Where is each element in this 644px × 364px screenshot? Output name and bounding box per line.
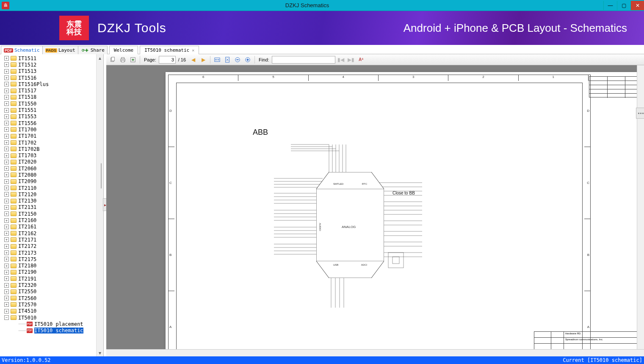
expand-icon[interactable] xyxy=(4,296,9,300)
tree-item[interactable]: IT1700 xyxy=(4,126,96,133)
expand-icon[interactable] xyxy=(4,179,9,184)
expand-icon[interactable] xyxy=(4,108,9,113)
collapse-icon[interactable] xyxy=(4,315,9,320)
tree-item[interactable]: IT2080 xyxy=(4,172,96,178)
tree-item[interactable]: IT2570 xyxy=(4,301,96,308)
expand-icon[interactable] xyxy=(4,160,9,164)
expand-icon[interactable] xyxy=(4,75,9,80)
fit-page-button[interactable] xyxy=(223,56,232,64)
tree-item[interactable]: IT2110 xyxy=(4,185,96,191)
tree-item[interactable]: IT2550 xyxy=(4,289,96,295)
expand-icon[interactable] xyxy=(4,153,9,158)
expand-icon[interactable] xyxy=(4,147,9,151)
expand-icon[interactable] xyxy=(4,62,9,67)
prev-page-button[interactable]: ◀ xyxy=(188,56,198,64)
tree-item[interactable]: IT2130 xyxy=(4,198,96,204)
tree-scrollbar[interactable]: ▴ ▾ xyxy=(96,54,103,356)
tree-view[interactable]: IT1511IT1512IT1513IT1516IT1516PlusIT1517… xyxy=(0,54,96,356)
close-tab-icon[interactable]: ✕ xyxy=(192,48,194,53)
doc-tab-current[interactable]: IT5010 schematic ✕ xyxy=(140,46,199,54)
case-button[interactable]: Aª xyxy=(357,56,366,64)
pdf-canvas[interactable]: ABB xyxy=(106,65,644,349)
print-button[interactable] xyxy=(118,56,127,64)
expand-icon[interactable] xyxy=(4,231,9,236)
tree-item[interactable]: PDFIT5010 schematic xyxy=(4,327,96,333)
find-input[interactable] xyxy=(272,56,335,64)
tree-item[interactable]: IT1516 xyxy=(4,75,96,81)
expand-icon[interactable] xyxy=(4,302,9,307)
expand-icon[interactable] xyxy=(4,237,9,242)
tree-item[interactable]: IT1703 xyxy=(4,152,96,158)
tab-share[interactable]: ⟳✚ Share xyxy=(78,46,108,54)
zoom-in-button[interactable] xyxy=(243,56,252,64)
scroll-down-icon[interactable]: ▾ xyxy=(97,349,103,356)
viewer-vscroll[interactable] xyxy=(637,65,644,349)
tree-item[interactable]: IT2020 xyxy=(4,159,96,165)
panel-anchor-icon[interactable] xyxy=(636,108,644,119)
expand-icon[interactable] xyxy=(4,166,9,171)
tree-item[interactable]: IT2161 xyxy=(4,224,96,230)
expand-icon[interactable] xyxy=(4,218,9,223)
find-next-button[interactable]: ▶▮ xyxy=(346,56,356,64)
expand-icon[interactable] xyxy=(4,309,9,314)
tree-item[interactable]: IT1550 xyxy=(4,100,96,107)
tab-layout[interactable]: PADS Layout xyxy=(42,46,78,54)
tree-item[interactable]: IT2320 xyxy=(4,282,96,288)
expand-icon[interactable] xyxy=(4,140,9,145)
copy-button[interactable] xyxy=(108,56,117,64)
export-button[interactable] xyxy=(128,56,138,64)
tree-item[interactable]: IT2190 xyxy=(4,269,96,275)
expand-icon[interactable] xyxy=(4,186,9,190)
expand-icon[interactable] xyxy=(4,270,9,275)
tree-item[interactable]: IT2171 xyxy=(4,236,96,243)
expand-icon[interactable] xyxy=(4,89,9,93)
tree-item[interactable]: IT5010 xyxy=(4,314,96,321)
expand-icon[interactable] xyxy=(4,127,9,132)
expand-icon[interactable] xyxy=(4,276,9,281)
expand-icon[interactable] xyxy=(4,283,9,288)
tree-item[interactable]: IT1511 xyxy=(4,55,96,61)
next-page-button[interactable]: ▶ xyxy=(199,56,208,64)
tree-item[interactable]: IT1702B xyxy=(4,146,96,152)
tree-item[interactable]: IT1551 xyxy=(4,107,96,113)
tree-item[interactable]: IT2131 xyxy=(4,204,96,211)
tree-item[interactable]: IT2172 xyxy=(4,243,96,250)
expand-icon[interactable] xyxy=(4,192,9,197)
find-prev-button[interactable]: ▮◀ xyxy=(336,56,345,64)
expand-icon[interactable] xyxy=(4,114,9,119)
expand-icon[interactable] xyxy=(4,250,9,255)
tree-item[interactable]: IT1556 xyxy=(4,120,96,126)
minimize-button[interactable]: — xyxy=(603,1,617,10)
tree-item[interactable]: IT2060 xyxy=(4,165,96,172)
tree-item[interactable]: IT2160 xyxy=(4,217,96,223)
fit-width-button[interactable] xyxy=(213,56,222,64)
tree-item[interactable]: IT2175 xyxy=(4,256,96,262)
expand-icon[interactable] xyxy=(4,211,9,216)
expand-icon[interactable] xyxy=(4,244,9,249)
tree-item[interactable]: IT1513 xyxy=(4,68,96,75)
tree-item[interactable]: IT2120 xyxy=(4,191,96,197)
page-input[interactable] xyxy=(159,56,176,64)
maximize-button[interactable]: ▢ xyxy=(617,1,630,10)
tree-item[interactable]: IT1701 xyxy=(4,133,96,139)
expand-icon[interactable] xyxy=(4,82,9,86)
expand-icon[interactable] xyxy=(4,69,9,74)
tree-item[interactable]: IT1553 xyxy=(4,114,96,120)
tree-item[interactable]: IT4510 xyxy=(4,308,96,314)
expand-icon[interactable] xyxy=(4,257,9,261)
tree-item[interactable]: IT2560 xyxy=(4,295,96,301)
expand-icon[interactable] xyxy=(4,56,9,61)
tab-schematic[interactable]: PDF Schematic xyxy=(1,46,43,54)
expand-icon[interactable] xyxy=(4,289,9,294)
tree-item[interactable]: PDFIT5010 placement xyxy=(4,321,96,327)
expand-icon[interactable] xyxy=(4,121,9,125)
doc-tab-welcome[interactable]: Welcome xyxy=(109,46,138,54)
tree-item[interactable]: IT1517 xyxy=(4,87,96,94)
expand-icon[interactable] xyxy=(4,134,9,139)
close-button[interactable]: ✕ xyxy=(630,1,644,10)
expand-icon[interactable] xyxy=(4,101,9,106)
expand-icon[interactable] xyxy=(4,225,9,229)
scroll-up-icon[interactable]: ▴ xyxy=(97,54,103,61)
tree-item[interactable]: IT2173 xyxy=(4,250,96,256)
expand-icon[interactable] xyxy=(4,172,9,177)
